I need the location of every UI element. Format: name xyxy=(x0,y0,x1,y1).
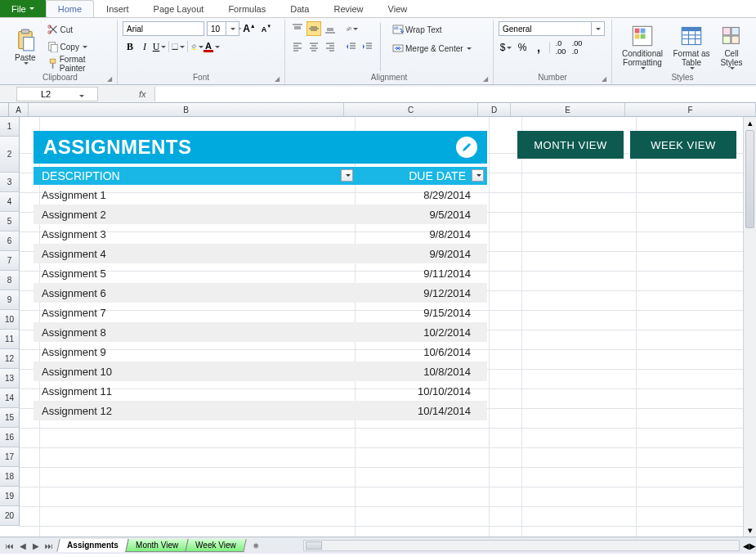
table-row[interactable]: Assignment 1110/10/2014 xyxy=(34,381,487,401)
align-left-button[interactable] xyxy=(290,39,305,54)
decrease-decimal-button[interactable]: .00.0 xyxy=(570,40,584,55)
tab-data[interactable]: Data xyxy=(278,0,321,17)
column-header-B[interactable]: B xyxy=(29,103,344,116)
font-size-input[interactable] xyxy=(208,22,226,35)
italic-button[interactable]: I xyxy=(137,39,152,54)
column-header-D[interactable]: D xyxy=(478,103,511,116)
sheet-nav-next[interactable]: ▶ xyxy=(29,539,42,552)
chevron-down-icon[interactable] xyxy=(591,22,602,35)
table-row[interactable]: Assignment 1010/8/2014 xyxy=(34,362,487,381)
format-as-table-button[interactable]: Format as Table xyxy=(671,21,712,72)
row-header-5[interactable]: 5 xyxy=(0,212,20,231)
row-header-7[interactable]: 7 xyxy=(0,251,20,271)
hscroll-thumb[interactable] xyxy=(306,541,322,550)
table-row[interactable]: Assignment 49/9/2014 xyxy=(34,244,487,263)
filter-description-button[interactable] xyxy=(341,169,353,182)
format-painter-button[interactable]: Format Painter xyxy=(46,56,112,72)
orientation-button[interactable]: ab xyxy=(344,21,359,36)
row-header-3[interactable]: 3 xyxy=(0,173,20,192)
font-size-combo[interactable] xyxy=(207,21,239,36)
sheet-tab-month-view[interactable]: Month View xyxy=(125,539,188,552)
filter-due-date-button[interactable] xyxy=(472,169,484,182)
chevron-down-icon[interactable] xyxy=(226,22,237,35)
tab-review[interactable]: Review xyxy=(321,0,375,17)
fill-color-button[interactable] xyxy=(190,39,204,54)
row-header-14[interactable]: 14 xyxy=(0,389,20,408)
increase-indent-button[interactable] xyxy=(360,39,375,54)
number-launcher[interactable]: ◢ xyxy=(602,75,610,83)
clipboard-launcher[interactable]: ◢ xyxy=(107,75,115,83)
table-row[interactable]: Assignment 39/8/2014 xyxy=(34,224,487,244)
table-row[interactable]: Assignment 69/12/2014 xyxy=(34,283,487,303)
hscroll-left[interactable]: ◀ xyxy=(743,541,749,550)
edit-button[interactable] xyxy=(456,137,477,158)
wrap-text-button[interactable]: abWrap Text xyxy=(391,21,473,38)
scroll-thumb[interactable] xyxy=(745,130,754,228)
row-header-9[interactable]: 9 xyxy=(0,290,20,310)
row-header-17[interactable]: 17 xyxy=(0,447,20,467)
row-header-4[interactable]: 4 xyxy=(0,192,20,212)
sheet-nav-first[interactable]: ⏮ xyxy=(3,539,16,552)
table-row[interactable]: Assignment 18/29/2014 xyxy=(34,185,487,204)
row-header-2[interactable]: 2 xyxy=(0,137,20,173)
font-launcher[interactable]: ◢ xyxy=(275,75,283,83)
file-tab[interactable]: File xyxy=(0,0,46,17)
tab-view[interactable]: View xyxy=(376,0,420,17)
font-color-button[interactable]: A xyxy=(204,39,219,54)
tab-page-layout[interactable]: Page Layout xyxy=(141,0,217,17)
month-view-button[interactable]: MONTH VIEW xyxy=(517,131,624,159)
row-header-1[interactable]: 1 xyxy=(0,117,20,137)
row-header-13[interactable]: 13 xyxy=(0,369,20,389)
increase-decimal-button[interactable]: .0.00 xyxy=(553,40,568,55)
formula-input[interactable] xyxy=(154,87,756,101)
column-header-F[interactable]: F xyxy=(625,103,756,116)
select-all-corner[interactable] xyxy=(0,103,9,116)
week-view-button[interactable]: WEEK VIEW xyxy=(630,131,736,159)
hscroll-right[interactable]: ▶ xyxy=(749,541,756,550)
fx-icon[interactable]: fx xyxy=(139,89,146,99)
conditional-formatting-button[interactable]: Conditional Formatting xyxy=(617,21,668,72)
row-header-10[interactable]: 10 xyxy=(0,310,20,330)
column-header-A[interactable]: A xyxy=(9,103,29,116)
horizontal-scrollbar[interactable] xyxy=(303,540,740,551)
scroll-down-button[interactable]: ▾ xyxy=(744,524,756,537)
align-right-button[interactable] xyxy=(323,39,338,54)
table-row[interactable]: Assignment 910/6/2014 xyxy=(34,342,487,362)
paste-button[interactable]: Paste xyxy=(8,21,42,72)
name-box[interactable] xyxy=(16,87,98,101)
merge-center-button[interactable]: Merge & Center xyxy=(391,40,473,56)
sheet-nav-last[interactable]: ⏭ xyxy=(42,539,56,552)
name-box-input[interactable] xyxy=(17,89,74,99)
accounting-format-button[interactable]: $ xyxy=(499,40,513,55)
bold-button[interactable]: B xyxy=(123,39,137,54)
row-header-20[interactable]: 20 xyxy=(0,506,20,526)
table-row[interactable]: Assignment 79/15/2014 xyxy=(34,303,487,322)
sheet-nav-prev[interactable]: ◀ xyxy=(16,539,29,552)
underline-button[interactable]: U xyxy=(152,39,167,54)
decrease-font-button[interactable]: A▼ xyxy=(259,21,274,36)
row-header-8[interactable]: 8 xyxy=(0,271,20,290)
tab-insert[interactable]: Insert xyxy=(94,0,141,17)
tab-formulas[interactable]: Formulas xyxy=(216,0,278,17)
table-row[interactable]: Assignment 59/11/2014 xyxy=(34,263,487,283)
alignment-launcher[interactable]: ◢ xyxy=(483,75,491,83)
row-header-18[interactable]: 18 xyxy=(0,467,20,487)
row-header-15[interactable]: 15 xyxy=(0,408,20,428)
borders-button[interactable] xyxy=(171,39,186,54)
percent-format-button[interactable]: % xyxy=(515,40,530,55)
row-header-12[interactable]: 12 xyxy=(0,349,20,369)
vertical-scrollbar[interactable]: ▴ ▾ xyxy=(743,117,756,537)
row-header-6[interactable]: 6 xyxy=(0,231,20,251)
comma-format-button[interactable]: , xyxy=(531,40,546,55)
column-header-E[interactable]: E xyxy=(511,103,625,116)
tab-home[interactable]: Home xyxy=(46,0,94,17)
scroll-up-button[interactable]: ▴ xyxy=(744,117,756,129)
font-name-combo[interactable] xyxy=(123,21,204,36)
column-header-C[interactable]: C xyxy=(344,103,478,116)
chevron-down-icon[interactable] xyxy=(74,89,87,99)
align-top-button[interactable] xyxy=(290,21,305,36)
number-format-input[interactable] xyxy=(499,22,591,35)
sheet-tab-assignments[interactable]: Assignments xyxy=(56,539,128,552)
cut-button[interactable]: Cut xyxy=(46,21,112,38)
number-format-combo[interactable] xyxy=(499,21,605,36)
